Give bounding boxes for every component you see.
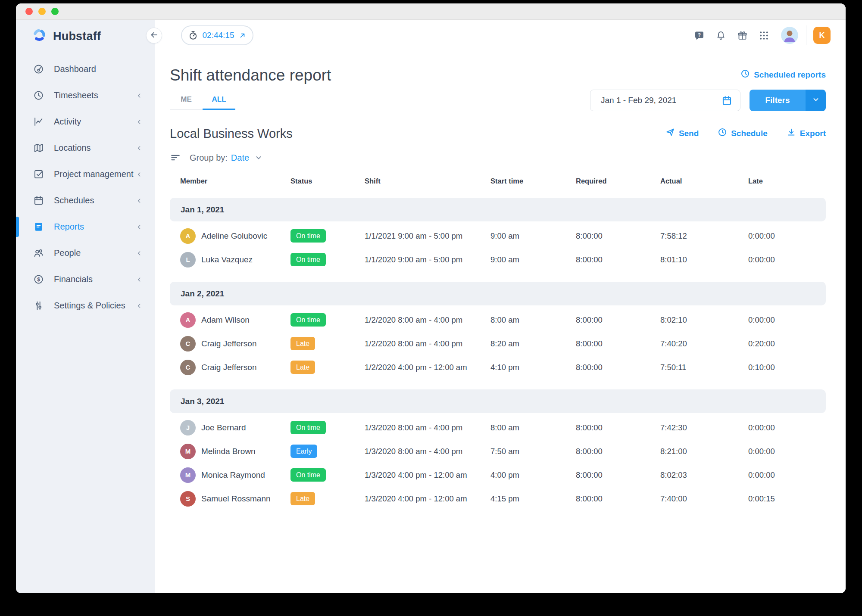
late-cell: 0:00:00 (748, 423, 826, 432)
sidebar-item-locations[interactable]: Locations (16, 135, 155, 161)
account-switcher-button[interactable]: K (813, 27, 831, 44)
shift-cell: 1/2/2020 8:00 am - 4:00 pm (365, 339, 490, 348)
member-name: Luka Vazquez (201, 255, 253, 264)
required-cell: 8:00:00 (576, 339, 660, 348)
bell-icon[interactable] (715, 30, 726, 41)
status-badge: Late (290, 337, 315, 350)
required-cell: 8:00:00 (576, 494, 660, 504)
required-cell: 8:00:00 (576, 447, 660, 456)
column-header-member: Member (180, 177, 290, 185)
sidebar-item-financials[interactable]: $ Financials (16, 266, 155, 292)
scheduled-reports-link[interactable]: Scheduled reports (740, 69, 826, 81)
date-range-input[interactable]: Jan 1 - Feb 29, 2021 (590, 90, 740, 111)
send-icon (665, 128, 675, 139)
sidebar-item-project-management[interactable]: Project management (16, 161, 155, 187)
filters-caret[interactable] (806, 90, 826, 111)
member-name: Joe Bernard (201, 423, 246, 432)
timer-widget[interactable]: 02:44:15 (181, 25, 253, 45)
table-row: J Joe Bernard On time 1/3/2020 8:00 am -… (170, 416, 826, 439)
timesheets-clock-icon (33, 90, 44, 101)
shift-cell: 1/2/2020 8:00 am - 4:00 pm (365, 315, 490, 325)
member-name: Monica Raymond (201, 470, 265, 480)
table-row: A Adam Wilson On time 1/2/2020 8:00 am -… (170, 308, 826, 332)
activity-chart-icon (33, 116, 44, 127)
clock-icon (718, 128, 727, 139)
report-groups: Jan 1, 2021 A Adeline Golubovic On time … (170, 198, 826, 510)
sidebar-item-settings-policies[interactable]: Settings & Policies (16, 292, 155, 319)
minimize-window-button[interactable] (38, 8, 46, 15)
date-group-label: Jan 1, 2021 (181, 205, 224, 215)
member-avatar: A (180, 228, 196, 244)
close-window-button[interactable] (25, 8, 33, 15)
topbar-icons: ? (694, 30, 769, 41)
column-header-actual: Actual (660, 177, 748, 185)
date-group-label: Jan 3, 2021 (181, 397, 224, 406)
main-area: 02:44:15 ? K Shift attendance report (155, 20, 846, 593)
table-header: Member Status Shift Start time Required … (170, 174, 826, 187)
chevron-left-icon (135, 302, 143, 310)
start-time-cell: 4:15 pm (490, 494, 576, 504)
sidebar-item-schedules[interactable]: Schedules (16, 187, 155, 214)
table-row: A Adeline Golubovic On time 1/1/2021 9:0… (170, 224, 826, 248)
late-cell: 0:00:00 (748, 231, 826, 241)
date-group: Jan 1, 2021 A Adeline Golubovic On time … (170, 198, 826, 271)
late-cell: 0:00:00 (748, 315, 826, 325)
app-window: Hubstaff Dashboard Timesheets Activity L… (16, 3, 846, 593)
actual-cell: 7:50:11 (660, 363, 748, 372)
actual-cell: 7:58:12 (660, 231, 748, 241)
help-icon[interactable]: ? (694, 30, 705, 41)
member-avatar: A (180, 312, 196, 328)
send-link[interactable]: Send (665, 128, 699, 139)
apps-grid-icon[interactable] (759, 30, 769, 41)
stopwatch-icon (188, 30, 198, 40)
page-content: Shift attendance report Scheduled report… (155, 51, 846, 593)
sidebar-item-dashboard[interactable]: Dashboard (16, 56, 155, 82)
tab-all[interactable]: ALL (203, 91, 235, 110)
actual-cell: 8:02:03 (660, 470, 748, 480)
timer-value: 02:44:15 (203, 31, 234, 40)
filters-button[interactable]: Filters (750, 90, 826, 111)
gift-icon[interactable] (737, 30, 748, 41)
shift-cell: 1/3/2020 8:00 am - 4:00 pm (365, 423, 490, 432)
calendar-icon (721, 95, 732, 106)
sidebar-item-timesheets[interactable]: Timesheets (16, 82, 155, 109)
member-name: Craig Jefferson (201, 339, 257, 348)
zoom-window-button[interactable] (51, 8, 59, 15)
actual-cell: 8:01:10 (660, 255, 748, 264)
arrow-left-icon (150, 30, 159, 41)
dollar-circle-icon: $ (33, 274, 44, 285)
group-by-select[interactable]: Date (231, 153, 263, 163)
chevron-left-icon (135, 144, 143, 152)
svg-text:$: $ (37, 277, 40, 283)
brand-name: Hubstaff (53, 30, 101, 43)
clock-icon (740, 69, 750, 81)
column-header-start-time: Start time (490, 177, 576, 185)
sidebar-item-people[interactable]: People (16, 240, 155, 266)
table-row: L Luka Vazquez On time 1/1/2020 9:00 am … (170, 248, 826, 271)
hubstaff-logo[interactable]: Hubstaff (16, 27, 155, 46)
member-cell: L Luka Vazquez (180, 252, 290, 268)
member-avatar: J (180, 420, 196, 436)
status-badge: Late (290, 492, 315, 505)
sidebar-item-activity[interactable]: Activity (16, 109, 155, 135)
sidebar-item-reports[interactable]: Reports (16, 214, 155, 240)
user-avatar[interactable] (781, 27, 798, 44)
column-header-shift: Shift (365, 177, 490, 185)
start-time-cell: 8:00 am (490, 315, 576, 325)
actual-cell: 7:42:30 (660, 423, 748, 432)
scope-tabs: ME ALL (170, 91, 235, 110)
member-avatar: M (180, 467, 196, 483)
chevron-left-icon (135, 276, 143, 283)
table-row: S Samuel Rossmann Late 1/3/2020 4:00 pm … (170, 487, 826, 510)
filters-label[interactable]: Filters (750, 90, 806, 111)
tab-me[interactable]: ME (170, 91, 203, 110)
column-header-late: Late (748, 177, 826, 185)
member-name: Craig Jefferson (201, 363, 257, 372)
back-button[interactable] (146, 28, 162, 44)
shift-cell: 1/1/2020 9:00 am - 5:00 pm (365, 255, 490, 264)
status-badge: Late (290, 361, 315, 374)
export-link[interactable]: Export (787, 128, 826, 139)
member-avatar: C (180, 360, 196, 375)
schedule-link[interactable]: Schedule (718, 128, 767, 139)
column-header-required: Required (576, 177, 660, 185)
